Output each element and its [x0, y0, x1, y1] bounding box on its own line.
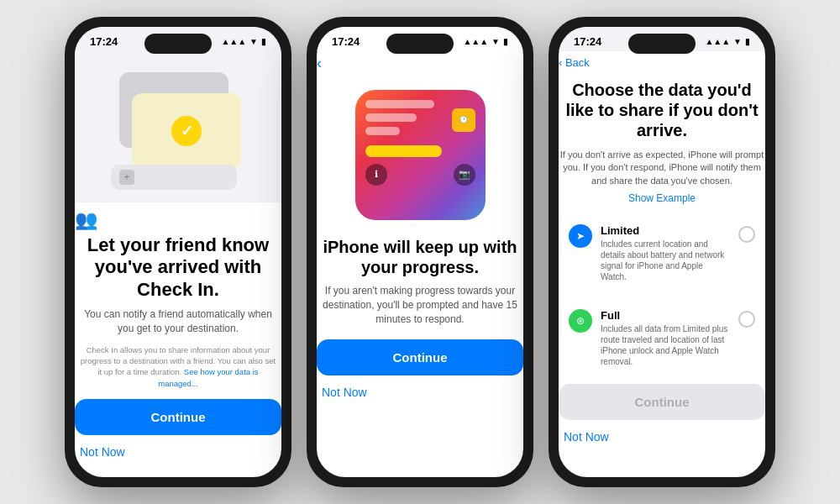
people-icon: 👥: [75, 209, 281, 231]
phones-container: 17:24 ▲▲▲ ▼ ▮ ✓ +: [65, 17, 775, 487]
phone-3-not-now-button[interactable]: Not Now: [559, 425, 614, 449]
phone-1-info: Check In allows you to share information…: [75, 344, 281, 389]
dynamic-island-3: [628, 34, 696, 54]
plus-icon: +: [119, 170, 134, 185]
full-option-title: Full: [601, 309, 730, 322]
full-option-icon: ⊛: [569, 309, 592, 333]
phone-3-subtitle: If you don't arrive as expected, iPhone …: [559, 149, 765, 187]
widget-bar-1: [365, 100, 434, 108]
card-front: ✓: [132, 93, 241, 169]
phone-2: 17:24 ▲▲▲ ▼ ▮ ‹: [307, 17, 533, 487]
phone-1-not-now-button[interactable]: Not Now: [75, 440, 130, 464]
phone-1-subtitle: You can notify a friend automatically wh…: [75, 307, 281, 336]
widget-bars: [365, 100, 452, 140]
wifi-icon-2: ▼: [491, 37, 500, 46]
phone-2-continue-button[interactable]: Continue: [317, 339, 523, 375]
full-radio-button[interactable]: [738, 311, 755, 328]
limited-option-title: Limited: [601, 224, 730, 237]
battery-icon: ▮: [261, 37, 266, 46]
widget-bar-3: [365, 127, 400, 135]
dynamic-island-1: [144, 34, 212, 54]
phone-2-not-now-button[interactable]: Not Now: [317, 381, 372, 404]
phone-1-screen: 17:24 ▲▲▲ ▼ ▮ ✓ +: [75, 27, 281, 477]
status-icons-1: ▲▲▲ ▼ ▮: [221, 37, 266, 46]
phone-1-content: ✓ + 👥 Let your friend know you've arrive…: [75, 51, 281, 464]
widget-camera-icon: 📷: [454, 164, 475, 186]
battery-icon-3: ▮: [745, 37, 750, 46]
phone-3: 17:24 ▲▲▲ ▼ ▮ ‹ Back Choose the data you…: [549, 17, 775, 487]
back-chevron-icon[interactable]: ‹: [317, 55, 322, 72]
checkmark-circle: ✓: [171, 116, 202, 146]
phone-3-header: ‹ Back: [559, 51, 765, 80]
full-option-text: Full Includes all data from Limited plus…: [601, 309, 730, 367]
widget-preview: 🕐 ℹ 📷: [355, 90, 486, 220]
phone-1-illustration: ✓ +: [75, 51, 281, 202]
phone-3-continue-button[interactable]: Continue: [559, 384, 765, 420]
widget-clock-icon: 🕐: [452, 108, 475, 132]
limited-option-card[interactable]: ➤ Limited Includes current location and …: [559, 214, 765, 292]
time-1: 17:24: [90, 35, 118, 48]
widget-icons-row: ℹ 📷: [365, 164, 475, 186]
widget-info-icon: ℹ: [365, 164, 387, 186]
status-icons-3: ▲▲▲ ▼ ▮: [705, 37, 750, 46]
back-label: Back: [565, 56, 590, 69]
phone-1: 17:24 ▲▲▲ ▼ ▮ ✓ +: [65, 17, 291, 487]
phone-1-continue-button[interactable]: Continue: [75, 399, 281, 435]
phone-2-subtitle: If you aren't making progress towards yo…: [317, 284, 523, 326]
time-3: 17:24: [574, 35, 601, 48]
limited-radio-button[interactable]: [738, 226, 755, 243]
phone-2-screen: 17:24 ▲▲▲ ▼ ▮ ‹: [317, 27, 523, 477]
wifi-icon-3: ▼: [733, 37, 742, 46]
show-example-link[interactable]: Show Example: [559, 192, 765, 204]
phone-2-header: ‹: [317, 51, 523, 79]
card-bottom: +: [111, 165, 237, 190]
signal-icon-3: ▲▲▲: [705, 37, 730, 46]
limited-option-desc: Includes current location and details ab…: [601, 239, 730, 282]
phone-3-back-button[interactable]: ‹ Back: [559, 56, 590, 69]
phone-1-title: Let your friend know you've arrived with…: [75, 234, 281, 301]
status-icons-2: ▲▲▲ ▼ ▮: [463, 37, 508, 46]
phone-2-content: ‹ 🕐 ℹ: [317, 51, 523, 404]
widget-top-row: 🕐: [365, 100, 475, 140]
time-2: 17:24: [332, 35, 360, 48]
phone-2-title: iPhone will keep up with your progress.: [317, 237, 523, 277]
data-managed-link[interactable]: See how your data is managed...: [158, 367, 258, 387]
full-option-card[interactable]: ⊛ Full Includes all data from Limited pl…: [559, 299, 765, 377]
widget-bar-2: [365, 113, 417, 122]
check-in-card-illustration: ✓ +: [111, 64, 245, 190]
dynamic-island-2: [386, 34, 454, 54]
phone-3-content: ‹ Back Choose the data you'd like to sha…: [559, 51, 765, 449]
signal-icon-2: ▲▲▲: [463, 37, 488, 46]
wifi-icon: ▼: [249, 37, 258, 46]
phone-3-screen: 17:24 ▲▲▲ ▼ ▮ ‹ Back Choose the data you…: [559, 27, 765, 477]
limited-option-text: Limited Includes current location and de…: [601, 224, 730, 282]
full-option-desc: Includes all data from Limited plus rout…: [601, 323, 730, 367]
limited-option-icon: ➤: [569, 224, 592, 248]
phone-3-title: Choose the data you'd like to share if y…: [559, 80, 765, 140]
battery-icon-2: ▮: [503, 37, 508, 46]
phone-2-illustration: 🕐 ℹ 📷: [317, 79, 523, 230]
signal-icon: ▲▲▲: [221, 37, 246, 46]
widget-yellow-button: [365, 145, 443, 157]
